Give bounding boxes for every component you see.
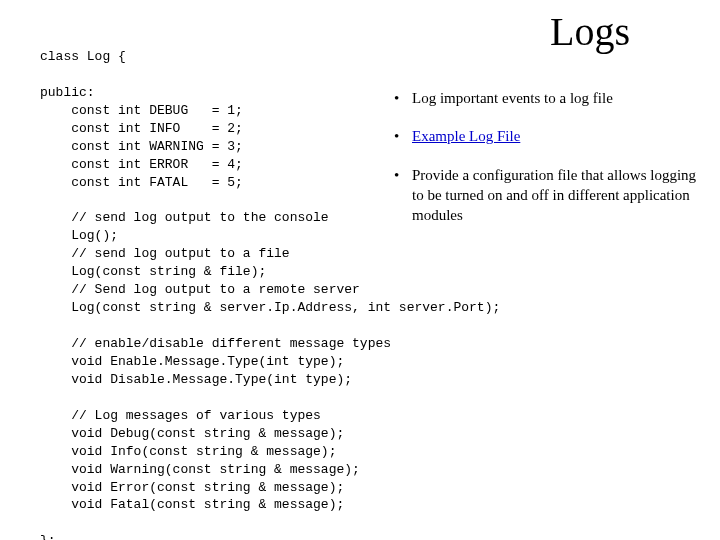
bullet-item: Provide a configuration file that allows… <box>390 165 700 226</box>
bullet-list: Log important events to a log file Examp… <box>390 88 700 243</box>
bullet-text: Log important events to a log file <box>412 90 613 106</box>
bullet-item: Example Log File <box>390 126 700 146</box>
bullet-item: Log important events to a log file <box>390 88 700 108</box>
bullet-text: Provide a configuration file that allows… <box>412 167 696 224</box>
example-log-file-link[interactable]: Example Log File <box>412 128 520 144</box>
slide: Logs class Log { public: const int DEBUG… <box>0 0 720 540</box>
